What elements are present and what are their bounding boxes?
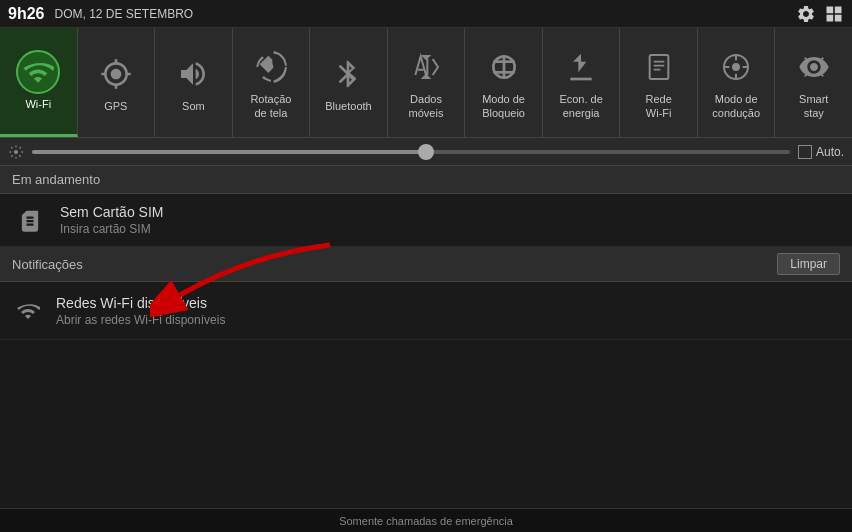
auto-label-text: Auto. [816, 145, 844, 159]
brightness-slider[interactable] [32, 150, 790, 154]
svg-point-6 [732, 63, 740, 71]
qs-dados-label: Dadosmóveis [409, 93, 444, 119]
grid-icon[interactable] [824, 4, 844, 24]
bluetooth-icon [326, 52, 370, 96]
qs-som[interactable]: Som [155, 28, 233, 137]
auto-checkbox[interactable] [798, 145, 812, 159]
quick-settings: Wi-Fi GPS Som Rotaçãode tela [0, 28, 852, 138]
qs-econ[interactable]: Econ. deenergia [543, 28, 621, 137]
qs-bloqueio-label: Modo deBloqueio [482, 93, 525, 119]
sim-text: Sem Cartão SIM Insira cartão SIM [60, 204, 840, 236]
brightness-low-icon [8, 144, 24, 160]
wifi-notification-subtitle: Abrir as redes Wi-Fi disponíveis [56, 313, 840, 327]
sim-title: Sem Cartão SIM [60, 204, 840, 220]
qs-gps-label: GPS [104, 100, 127, 113]
qs-rotacao[interactable]: Rotaçãode tela [233, 28, 311, 137]
em-andamento-header: Em andamento [0, 166, 852, 194]
emergency-text: Somente chamadas de emergência [339, 515, 513, 527]
qs-conducao-label: Modo decondução [712, 93, 760, 119]
status-time: 9h26 [8, 5, 44, 23]
status-icons [796, 4, 844, 24]
qs-wifi[interactable]: Wi-Fi [0, 28, 78, 137]
gps-icon [94, 52, 138, 96]
qs-conducao[interactable]: Modo decondução [698, 28, 776, 137]
qs-gps[interactable]: GPS [78, 28, 156, 137]
qs-rede-wifi[interactable]: RedeWi-Fi [620, 28, 698, 137]
rede-wifi-icon [637, 45, 681, 89]
smart-stay-icon [792, 45, 836, 89]
wifi-icon [16, 50, 60, 94]
qs-wifi-label: Wi-Fi [25, 98, 51, 111]
sim-icon [12, 202, 48, 238]
status-date: DOM, 12 DE SETEMBRO [54, 7, 796, 21]
qs-dados[interactable]: Dadosmóveis [388, 28, 466, 137]
qs-rede-wifi-label: RedeWi-Fi [646, 93, 672, 119]
notifications-title: Notificações [12, 257, 83, 272]
qs-smart-stay[interactable]: Smartstay [775, 28, 852, 137]
wifi-notification-text: Redes Wi-Fi disponíveis Abrir as redes W… [56, 295, 840, 327]
svg-rect-4 [649, 55, 668, 79]
rotacao-icon [249, 45, 293, 89]
qs-bluetooth-label: Bluetooth [325, 100, 371, 113]
clear-button[interactable]: Limpar [777, 253, 840, 275]
bottom-bar: Somente chamadas de emergência [0, 508, 852, 532]
bloqueio-icon [482, 45, 526, 89]
status-bar: 9h26 DOM, 12 DE SETEMBRO [0, 0, 852, 28]
qs-smart-stay-label: Smartstay [799, 93, 828, 119]
sim-card-item: Sem Cartão SIM Insira cartão SIM [0, 194, 852, 247]
econ-icon [559, 45, 603, 89]
brightness-bar: Auto. [0, 138, 852, 166]
wifi-notification-title: Redes Wi-Fi disponíveis [56, 295, 840, 311]
notifications-header: Notificações Limpar [0, 247, 852, 282]
qs-bloqueio[interactable]: Modo deBloqueio [465, 28, 543, 137]
dados-icon [404, 45, 448, 89]
sim-subtitle: Insira cartão SIM [60, 222, 840, 236]
qs-rotacao-label: Rotaçãode tela [250, 93, 291, 119]
qs-bluetooth[interactable]: Bluetooth [310, 28, 388, 137]
main-content: Em andamento Sem Cartão SIM Insira cartã… [0, 166, 852, 340]
qs-som-label: Som [182, 100, 205, 113]
wifi-notification-icon [12, 295, 44, 327]
settings-icon[interactable] [796, 4, 816, 24]
som-icon [171, 52, 215, 96]
wifi-notification[interactable]: Redes Wi-Fi disponíveis Abrir as redes W… [0, 282, 852, 340]
auto-brightness[interactable]: Auto. [798, 145, 844, 159]
qs-econ-label: Econ. deenergia [559, 93, 602, 119]
conducao-icon [714, 45, 758, 89]
